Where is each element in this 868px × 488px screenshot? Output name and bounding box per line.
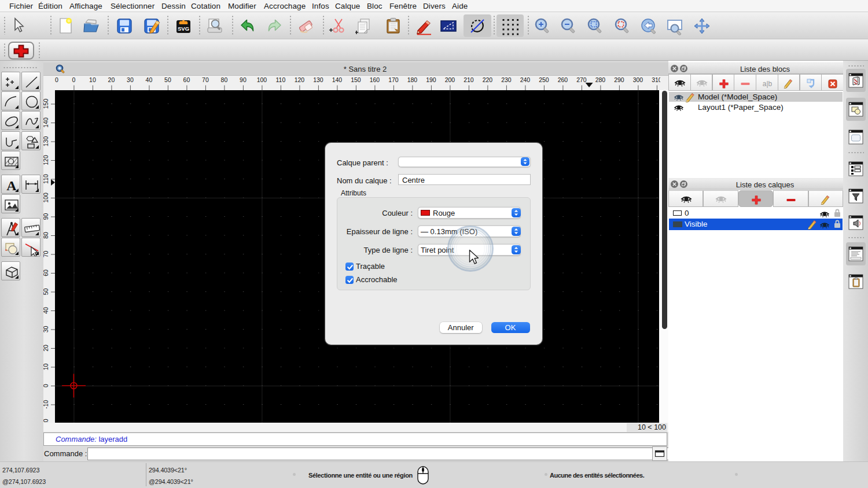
svg-text:90: 90	[240, 76, 247, 83]
svg-text:110: 110	[276, 76, 286, 83]
svg-text:150: 150	[351, 76, 361, 83]
svg-text:20: 20	[43, 345, 49, 352]
svg-text:20: 20	[108, 76, 115, 83]
svg-text:60: 60	[183, 76, 190, 83]
svg-text:0: 0	[43, 384, 49, 387]
svg-text:50: 50	[43, 289, 49, 295]
svg-text:220: 220	[483, 76, 493, 83]
svg-text:90: 90	[43, 213, 49, 220]
svg-text:100: 100	[43, 193, 49, 203]
svg-text:240: 240	[520, 76, 531, 83]
svg-text:50: 50	[164, 76, 171, 83]
svg-text:250: 250	[539, 76, 549, 83]
svg-text:-10: -10	[43, 400, 49, 409]
svg-text:100: 100	[257, 76, 267, 83]
svg-text:80: 80	[221, 76, 228, 83]
svg-text:270: 270	[576, 76, 587, 83]
svg-text:0: 0	[72, 76, 75, 83]
svg-text:200: 200	[445, 76, 455, 83]
svg-text:300: 300	[633, 76, 643, 83]
svg-text:70: 70	[202, 76, 209, 83]
svg-text:10: 10	[43, 364, 49, 371]
svg-text:290: 290	[614, 76, 624, 83]
svg-text:210: 210	[464, 76, 474, 83]
svg-text:130: 130	[43, 136, 49, 147]
svg-text:30: 30	[127, 76, 134, 83]
svg-text:280: 280	[595, 76, 606, 83]
svg-text:70: 70	[43, 251, 49, 258]
svg-text:310: 310	[652, 76, 660, 83]
svg-text:80: 80	[43, 232, 49, 239]
svg-text:10: 10	[89, 76, 96, 83]
svg-text:a|b: a|b	[763, 80, 773, 88]
svg-text:40: 40	[146, 76, 153, 83]
svg-text:140: 140	[332, 76, 343, 83]
svg-text:180: 180	[407, 76, 418, 83]
svg-text:120: 120	[43, 155, 49, 165]
svg-text:190: 190	[426, 76, 436, 83]
svg-text:SVG: SVG	[178, 25, 189, 32]
svg-text:170: 170	[388, 76, 399, 83]
svg-text:40: 40	[43, 307, 49, 314]
svg-text:0: 0	[55, 76, 58, 83]
svg-text:60: 60	[43, 269, 49, 276]
svg-text:130: 130	[313, 76, 323, 83]
svg-text:260: 260	[558, 76, 568, 83]
svg-text:30: 30	[43, 326, 49, 333]
svg-text:160: 160	[370, 76, 380, 83]
svg-text:120: 120	[295, 76, 305, 83]
svg-text:150: 150	[43, 99, 49, 109]
svg-text:140: 140	[43, 117, 49, 128]
svg-text:110: 110	[43, 174, 49, 184]
svg-text:230: 230	[501, 76, 512, 83]
